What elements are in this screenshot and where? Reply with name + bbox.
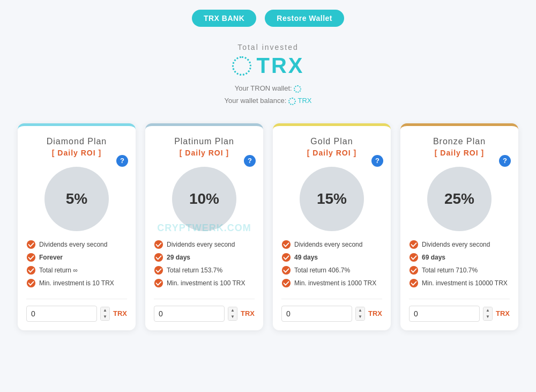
trx-currency-label: TRX (257, 54, 304, 78)
wallet-info: Your TRON wallet: Your wallet balance: T… (225, 82, 312, 107)
tron-wallet-row: Your TRON wallet: (225, 82, 312, 94)
spinner-up-diamond[interactable]: ▲ (101, 307, 109, 314)
feature-item-diamond-3: Min. investment is 10 TRX (26, 278, 127, 288)
feature-item-bronze-0: Dividends every second (409, 240, 510, 249)
input-row-bronze: ▲ ▼ TRX (409, 299, 510, 322)
feature-list-diamond: Dividends every second Forever Total ret… (26, 240, 127, 291)
amount-input-diamond[interactable] (26, 306, 97, 322)
svg-point-13 (410, 253, 418, 262)
trx-spinner-icon (232, 56, 251, 76)
percent-circle-gold: 15% (300, 167, 364, 231)
feature-item-platinum-1: 29 days (154, 253, 255, 262)
svg-point-7 (154, 279, 163, 287)
check-icon-platinum-2 (154, 265, 163, 275)
total-invested-section: Total invested TRX Your TRON wallet: You… (225, 43, 312, 107)
plan-name-diamond: Diamond Plan (47, 137, 107, 146)
plan-roi-bronze: [ Daily ROI ] (435, 149, 484, 157)
plan-name-gold: Gold Plan (310, 137, 353, 146)
check-icon-diamond-2 (26, 265, 36, 275)
plan-card-bronze: Bronze Plan [ Daily ROI ] ? 25% Dividend… (400, 123, 518, 330)
feature-text-diamond-2: Total return ∞ (39, 267, 78, 274)
feature-item-platinum-0: Dividends every second (154, 240, 255, 249)
spinner-btns-gold: ▲ ▼ (355, 307, 365, 321)
wallet-spinner-icon (294, 85, 301, 93)
spinner-up-platinum[interactable]: ▲ (228, 307, 237, 314)
help-button-gold[interactable]: ? (371, 155, 383, 167)
percent-circle-platinum: 10% (172, 167, 236, 231)
feature-item-gold-2: Total return 406.7% (281, 265, 382, 275)
feature-item-bronze-2: Total return 710.7% (409, 265, 510, 275)
feature-item-gold-3: Min. investment is 1000 TRX (281, 278, 382, 288)
help-button-diamond[interactable]: ? (116, 155, 128, 167)
check-icon-diamond-0 (26, 240, 36, 249)
check-icon-platinum-3 (154, 278, 163, 288)
feature-text-platinum-0: Dividends every second (167, 241, 235, 248)
check-icon-diamond-1 (26, 253, 36, 262)
svg-point-1 (27, 253, 35, 262)
feature-item-gold-0: Dividends every second (281, 240, 382, 249)
svg-point-4 (154, 240, 163, 249)
spinner-down-gold[interactable]: ▼ (356, 314, 364, 320)
spinner-down-platinum[interactable]: ▼ (228, 314, 237, 320)
spinner-btns-platinum: ▲ ▼ (228, 307, 237, 321)
check-icon-gold-3 (281, 278, 291, 288)
check-icon-gold-2 (281, 265, 291, 275)
amount-input-bronze[interactable] (409, 306, 480, 322)
spinner-down-diamond[interactable]: ▼ (101, 314, 109, 320)
amount-input-platinum[interactable] (154, 306, 225, 322)
svg-point-11 (282, 279, 291, 287)
check-icon-bronze-1 (409, 253, 419, 262)
help-button-platinum[interactable]: ? (244, 155, 256, 167)
feature-text-gold-0: Dividends every second (294, 241, 362, 248)
plan-card-gold: Gold Plan [ Daily ROI ] ? 15% Dividends … (273, 123, 391, 330)
feature-text-bronze-0: Dividends every second (422, 241, 490, 248)
total-invested-label: Total invested (225, 43, 312, 51)
trx-label-bronze: TRX (496, 309, 510, 317)
svg-point-8 (282, 240, 291, 249)
help-button-bronze[interactable]: ? (499, 155, 511, 167)
svg-point-0 (27, 240, 35, 249)
spinner-up-gold[interactable]: ▲ (356, 307, 364, 314)
percent-value-diamond: 5% (66, 190, 87, 208)
feature-item-platinum-2: Total return 153.7% (154, 265, 255, 275)
feature-item-bronze-1: 69 days (409, 253, 510, 262)
feature-list-platinum: Dividends every second 29 days Total ret… (154, 240, 255, 291)
svg-point-10 (282, 266, 291, 275)
check-icon-gold-0 (281, 240, 291, 249)
svg-point-14 (410, 266, 418, 275)
tron-wallet-label: Your TRON wallet: (235, 84, 292, 92)
check-icon-bronze-3 (409, 278, 419, 288)
svg-point-9 (282, 253, 291, 262)
spinner-btns-bronze: ▲ ▼ (483, 307, 493, 321)
percent-value-gold: 15% (317, 190, 347, 208)
trx-logo: TRX (225, 54, 312, 78)
plan-roi-gold: [ Daily ROI ] (307, 149, 356, 157)
spinner-up-bronze[interactable]: ▲ (483, 307, 492, 314)
percent-circle-diamond: 5% (44, 167, 109, 231)
input-row-diamond: ▲ ▼ TRX (26, 299, 127, 322)
spinner-down-bronze[interactable]: ▼ (483, 314, 492, 320)
svg-point-2 (27, 266, 35, 275)
trx-label-diamond: TRX (113, 309, 127, 317)
wallet-balance-label: Your wallet balance: (225, 97, 287, 105)
svg-point-15 (410, 279, 418, 287)
feature-item-diamond-0: Dividends every second (26, 240, 127, 249)
plan-name-platinum: Platinum Plan (174, 137, 234, 146)
feature-text-gold-1: 49 days (294, 254, 318, 261)
check-icon-gold-1 (281, 253, 291, 262)
percent-value-bronze: 25% (444, 190, 474, 208)
check-icon-platinum-1 (154, 253, 163, 262)
feature-item-platinum-3: Min. investment is 100 TRX (154, 278, 255, 288)
trx-label-platinum: TRX (241, 309, 255, 317)
spinner-btns-diamond: ▲ ▼ (100, 307, 110, 321)
feature-item-gold-1: 49 days (281, 253, 382, 262)
restore-wallet-button[interactable]: Restore Wallet (265, 10, 344, 27)
check-icon-bronze-2 (409, 265, 419, 275)
amount-input-gold[interactable] (281, 306, 352, 322)
input-row-gold: ▲ ▼ TRX (281, 299, 382, 322)
check-icon-platinum-0 (154, 240, 163, 249)
feature-text-gold-3: Min. investment is 1000 TRX (294, 279, 376, 287)
feature-text-platinum-2: Total return 153.7% (167, 267, 222, 274)
feature-item-bronze-3: Min. investment is 10000 TRX (409, 278, 510, 288)
trx-bank-button[interactable]: TRX BANK (192, 10, 256, 27)
